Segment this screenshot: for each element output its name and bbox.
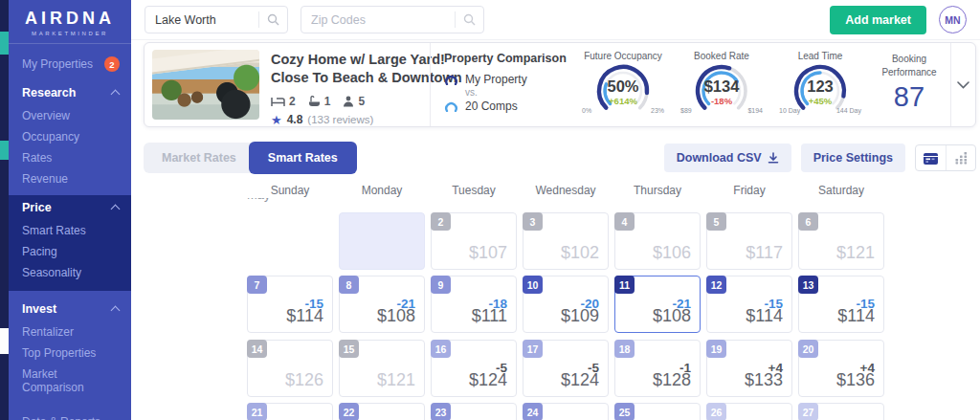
add-market-button[interactable]: Add market: [830, 6, 926, 34]
day-header-wednesday: Wednesday: [523, 184, 609, 197]
sidebar-section-research[interactable]: Research: [9, 80, 131, 105]
date-badge: 15: [339, 340, 359, 358]
search-icon[interactable]: [258, 11, 287, 28]
calendar-cell-18[interactable]: 18-1$128: [614, 340, 701, 397]
sidebar-section-price[interactable]: Price: [9, 195, 131, 220]
cell-price: $124: [561, 370, 599, 390]
sidebar-item-rentalizer[interactable]: Rentalizer: [9, 321, 131, 343]
calendar-cell-8[interactable]: 8-21$108: [339, 276, 425, 333]
tab-smart-rates[interactable]: Smart Rates: [249, 142, 357, 174]
date-badge: 21: [247, 403, 267, 420]
sidebar-item-pacing[interactable]: Pacing: [9, 241, 131, 262]
calendar-cell-4[interactable]: 4$106: [614, 212, 701, 270]
booking-performance: Booking Performance 87: [868, 43, 950, 126]
sidebar-item-overview[interactable]: Overview: [9, 105, 131, 126]
gauge-change: -18%: [679, 96, 764, 106]
guests-amenity: 5: [343, 95, 365, 108]
calendar-cell-6[interactable]: 6$121: [798, 212, 884, 270]
sidebar-item-label: Occupancy: [22, 130, 79, 144]
sidebar-item-data-reports[interactable]: Data & Reports: [9, 411, 131, 420]
sidebar-item-label: Market Comparison: [22, 367, 84, 394]
logo-subtitle: MARKETMINDER: [12, 31, 127, 36]
calendar-cell-25[interactable]: 25: [614, 403, 701, 420]
calendar-cell-12[interactable]: 12-15$114: [706, 276, 792, 333]
date-badge: 12: [706, 276, 726, 294]
zip-search[interactable]: [301, 6, 484, 33]
chart-view-button[interactable]: [946, 145, 975, 170]
gauge-title: Future Occupancy: [577, 51, 669, 61]
sidebar-item-revenue[interactable]: Revenue: [9, 168, 131, 189]
price-settings-button[interactable]: Price Settings: [801, 144, 905, 172]
calendar-cell-21[interactable]: 21: [247, 403, 333, 420]
cell-price: $114: [286, 306, 323, 326]
calendar-week-row: 2$1073$1024$1065$1176$121: [247, 212, 884, 270]
cell-price: $121: [377, 370, 415, 390]
sidebar-item-seasonality[interactable]: Seasonality: [9, 262, 131, 283]
calendar-week-row: 21222324252627: [247, 403, 884, 420]
date-badge: 20: [798, 340, 818, 358]
calendar-cell-23[interactable]: 23: [431, 403, 517, 420]
sidebar-item-market-comparison[interactable]: Market Comparison: [9, 364, 131, 398]
sidebar-item-label: Smart Rates: [22, 224, 86, 237]
calendar-cell-26[interactable]: 26: [706, 403, 792, 420]
market-search[interactable]: [145, 6, 288, 33]
performance-value: 87: [868, 81, 950, 113]
sidebar-menu: My Properties2ResearchOverviewOccupancyR…: [9, 44, 131, 420]
market-search-input[interactable]: [145, 13, 258, 27]
cell-price: $133: [745, 370, 783, 390]
calendar-cell-13[interactable]: 13-15$114: [798, 276, 884, 333]
date-badge: 16: [431, 340, 451, 358]
gauge-change: +45%: [778, 96, 862, 106]
sidebar-item-my-properties[interactable]: My Properties2: [9, 54, 131, 75]
calendar-cell-22[interactable]: 22: [339, 403, 425, 420]
calendar-cell-2[interactable]: 2$107: [431, 212, 517, 270]
date-badge: 17: [523, 340, 543, 358]
calendar-cell-5[interactable]: 5$117: [706, 212, 792, 270]
calendar-view-button[interactable]: [916, 145, 946, 170]
calendar-cell-24[interactable]: 24: [523, 403, 609, 420]
calendar-cell-16[interactable]: 16-5$124: [431, 340, 517, 397]
download-csv-label: Download CSV: [677, 151, 762, 165]
day-header-tuesday: Tuesday: [431, 184, 517, 197]
calendar-cell-3[interactable]: 3$102: [523, 212, 609, 270]
gauge-future-occupancy: Future Occupancy50%+614%0%23%: [577, 48, 669, 126]
calendar-cell-7[interactable]: 7-15$114: [247, 276, 333, 333]
date-badge: 19: [706, 340, 726, 358]
day-header-monday: Monday: [339, 184, 425, 197]
gauge-max-label: 23%: [651, 107, 664, 114]
property-photo[interactable]: [152, 50, 259, 120]
comparison-heading: Property Comparison: [444, 52, 569, 65]
avatar[interactable]: MN: [939, 6, 967, 33]
property-title-line2: Close To Beach & Downtown: [271, 69, 420, 87]
sidebar-item-label: Rates: [22, 151, 52, 165]
tab-market-rates[interactable]: Market Rates: [144, 143, 255, 173]
calendar-cell-highlighted[interactable]: [339, 212, 425, 270]
zip-search-input[interactable]: [301, 13, 455, 27]
property-card: Cozy Home w/ Large Yard! Close To Beach …: [144, 42, 976, 127]
calendar-cell-14[interactable]: 14$126: [247, 340, 333, 397]
calendar-cell-11[interactable]: 11-21$108: [614, 276, 701, 333]
calendar-cell-19[interactable]: 19+4$133: [706, 340, 792, 397]
calendar-cell-27[interactable]: 27: [798, 403, 884, 420]
cell-price: $126: [285, 370, 323, 390]
search-icon[interactable]: [455, 11, 483, 28]
airdna-logo[interactable]: AIRDNA MARKETMINDER: [9, 0, 131, 44]
card-collapse-button[interactable]: [950, 43, 975, 126]
calendar-cell-17[interactable]: 17-5$124: [523, 340, 609, 397]
sidebar-item-smart-rates[interactable]: Smart Rates: [9, 220, 131, 241]
sidebar-item-top-properties[interactable]: Top Properties: [9, 343, 131, 364]
download-csv-button[interactable]: Download CSV: [664, 144, 791, 172]
gauge-title: Booked Rate: [676, 51, 768, 61]
sidebar-item-occupancy[interactable]: Occupancy: [9, 126, 131, 147]
calendar-cell-10[interactable]: 10-20$109: [523, 276, 609, 333]
gauge-value: 123: [778, 77, 862, 96]
sidebar-section-invest[interactable]: Invest: [9, 297, 131, 321]
rating-row: ★ 4.8 (133 reviews): [271, 113, 420, 126]
date-badge: 13: [798, 276, 818, 294]
calendar-cell-9[interactable]: 9-18$111: [431, 276, 517, 333]
calendar-cell-20[interactable]: 20+4$136: [798, 340, 884, 397]
main-content: Add market MN Cozy Home w/ Large Yard! C…: [131, 0, 980, 420]
date-badge: 23: [431, 403, 451, 420]
sidebar-item-rates[interactable]: Rates: [9, 147, 131, 168]
calendar-cell-15[interactable]: 15$121: [339, 340, 425, 397]
